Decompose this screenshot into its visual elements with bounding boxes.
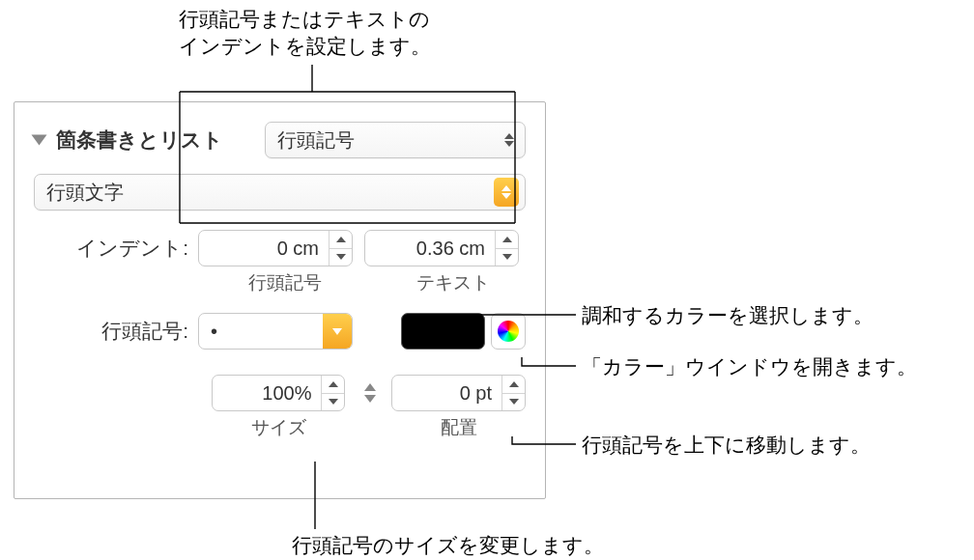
bullet-indent-stepper[interactable]: 0 cm bbox=[198, 230, 353, 266]
section-title: 箇条書きとリスト bbox=[56, 126, 255, 154]
callout-size: 行頭記号のサイズを変更します。 bbox=[292, 532, 604, 559]
step-up[interactable] bbox=[322, 376, 344, 394]
step-down[interactable] bbox=[329, 249, 352, 266]
step-up[interactable] bbox=[329, 231, 352, 249]
text-indent-sublabel: テキスト bbox=[381, 270, 526, 295]
callout-color-well-text: 調和するカラーを選択します。 bbox=[582, 304, 874, 326]
color-wheel-icon bbox=[498, 321, 519, 342]
step-up[interactable] bbox=[502, 376, 525, 394]
bullet-label: 行頭記号: bbox=[34, 318, 198, 345]
bullet-size-stepper[interactable]: 100% bbox=[212, 375, 346, 411]
bullet-align-value: 0 pt bbox=[392, 382, 501, 405]
list-style-value: 行頭文字 bbox=[46, 180, 494, 206]
callout-color-well: 調和するカラーを選択します。 bbox=[582, 302, 874, 329]
step-down[interactable] bbox=[496, 249, 518, 266]
bullet-align-stepper[interactable]: 0 pt bbox=[391, 375, 526, 411]
chevron-down-icon bbox=[323, 314, 352, 349]
callout-size-text: 行頭記号のサイズを変更します。 bbox=[292, 534, 604, 556]
bullet-list-style-value: 行頭記号 bbox=[277, 127, 500, 154]
callout-align-text: 行頭記号を上下に移動します。 bbox=[582, 434, 871, 456]
stepper-buttons[interactable] bbox=[501, 376, 525, 410]
chevron-up-down-icon bbox=[500, 133, 519, 147]
align-sublabel: 配置 bbox=[391, 415, 526, 440]
bullet-list-style-popup[interactable]: 行頭記号 bbox=[265, 122, 526, 158]
bullet-color-well[interactable] bbox=[401, 313, 485, 350]
bullet-size-value: 100% bbox=[213, 382, 322, 405]
vertical-move-icon bbox=[360, 377, 380, 409]
list-style-popup[interactable]: 行頭文字 bbox=[34, 174, 526, 210]
chevron-up-down-icon bbox=[494, 178, 519, 207]
callout-indent-text: 行頭記号またはテキストの インデントを設定します。 bbox=[179, 8, 431, 57]
callout-align: 行頭記号を上下に移動します。 bbox=[582, 432, 871, 459]
disclosure-triangle[interactable] bbox=[32, 135, 47, 146]
bullet-indent-value: 0 cm bbox=[199, 238, 329, 260]
stepper-buttons[interactable] bbox=[495, 231, 518, 266]
bullet-glyph-value: • bbox=[199, 321, 323, 343]
step-up[interactable] bbox=[496, 231, 518, 249]
format-panel: 箇条書きとリスト 行頭記号 行頭文字 インデント: 0 cm 0.36 cm bbox=[14, 101, 546, 499]
callout-color-picker: 「カラー」ウインドウを開きます。 bbox=[582, 353, 917, 380]
step-down[interactable] bbox=[502, 394, 525, 411]
stepper-buttons[interactable] bbox=[329, 231, 352, 266]
bullet-indent-sublabel: 行頭記号 bbox=[213, 270, 358, 295]
size-sublabel: サイズ bbox=[212, 415, 346, 440]
stepper-buttons[interactable] bbox=[321, 376, 344, 410]
indent-label: インデント: bbox=[34, 235, 198, 262]
color-picker-button[interactable] bbox=[491, 313, 526, 350]
callout-color-picker-text: 「カラー」ウインドウを開きます。 bbox=[582, 355, 917, 378]
text-indent-stepper[interactable]: 0.36 cm bbox=[364, 230, 519, 266]
step-down[interactable] bbox=[322, 394, 344, 411]
bullet-glyph-dropdown[interactable]: • bbox=[198, 313, 353, 350]
callout-indent: 行頭記号またはテキストの インデントを設定します。 bbox=[48, 6, 560, 61]
text-indent-value: 0.36 cm bbox=[365, 238, 495, 260]
